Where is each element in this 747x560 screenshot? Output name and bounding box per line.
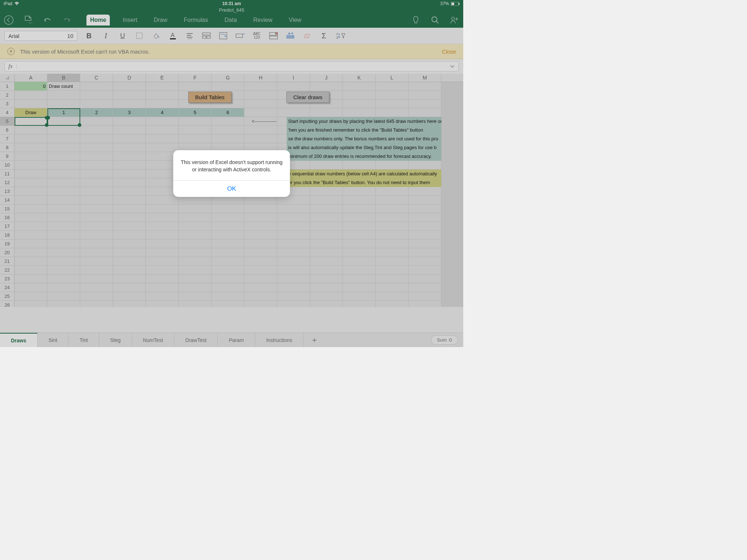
activex-dialog: This version of Excel doesn't support ru… [173, 150, 290, 197]
modal-overlay: This version of Excel doesn't support ru… [0, 0, 463, 347]
dialog-ok-button[interactable]: OK [173, 180, 290, 197]
dialog-message: This version of Excel doesn't support ru… [173, 150, 290, 180]
